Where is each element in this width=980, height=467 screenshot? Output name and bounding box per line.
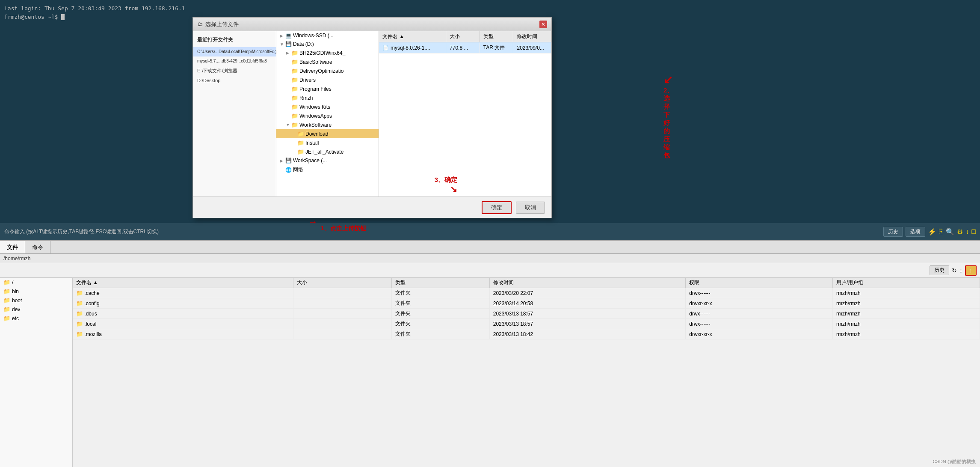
file-permissions: drwxr-xr-x xyxy=(686,298,833,309)
fm-tabs: 文件 命令 xyxy=(0,241,980,254)
table-row[interactable]: 📁 .mozilla 文件夹 2023/03/13 18:42 drwxr-xr… xyxy=(73,329,980,339)
fm-path-bar: /home/rmzh xyxy=(0,254,980,263)
folder-icon-bin: 📁 xyxy=(3,288,10,294)
file-col-modified: 2023/09/0... xyxy=(513,43,551,53)
tree-item-delivery[interactable]: 📁 DeliveryOptimizatio xyxy=(276,66,379,75)
fm-content: 📁 / 📁 bin 📁 boot 📁 dev 📁 etc xyxy=(0,278,980,467)
tree-item-bh225[interactable]: ▶ 📁 BH225iGDIWinx64_ xyxy=(276,48,379,57)
file-list-row[interactable]: 📄 mysql-8.0.26-1.... 770.8 ... TAR 文件 20… xyxy=(379,42,551,54)
tree-item-basic[interactable]: 📁 BasicSoftware xyxy=(276,57,379,66)
fm-history-btn[interactable]: 历史 xyxy=(930,265,949,275)
tree-item-jet[interactable]: 📁 JET_all_Activate xyxy=(276,147,379,156)
tab-cmd[interactable]: 命令 xyxy=(25,241,50,253)
col-header-name[interactable]: 文件名 ▲ xyxy=(379,31,446,42)
folder-icon: 📁 xyxy=(291,86,298,92)
terminal-prompt: [rmzh@centos ~]$ xyxy=(4,13,185,21)
settings-icon[interactable]: ⚙ xyxy=(957,228,963,236)
file-size xyxy=(293,298,391,309)
terminal-cursor xyxy=(61,14,65,20)
maximize-icon[interactable]: □ xyxy=(971,228,976,235)
tree-item-download[interactable]: 📁 Download xyxy=(276,129,379,138)
tree-item-windows-apps[interactable]: 📁 WindowsApps xyxy=(276,111,379,120)
tree-item-program-files[interactable]: 📁 Program Files xyxy=(276,84,379,93)
drive-icon: 💾 xyxy=(285,158,292,164)
tree-item-workspace[interactable]: ▶ 💾 WorkSpace (... xyxy=(276,156,379,165)
file-type: 文件夹 xyxy=(391,288,489,298)
tab-file[interactable]: 文件 xyxy=(0,241,25,253)
step3-annotation: 3、确定 ↘ xyxy=(435,176,457,194)
table-row[interactable]: 📁 .config 文件夹 2023/03/14 20:58 drwxr-xr-… xyxy=(73,298,980,309)
folder-icon: 📁 xyxy=(3,279,10,286)
folder-icon: 📁 xyxy=(291,59,298,65)
search-icon[interactable]: 🔍 xyxy=(946,228,954,236)
recent-item-2[interactable]: E:\下载文件\浏览器 xyxy=(193,66,276,76)
file-user-group: rmzh/rmzh xyxy=(833,309,980,319)
table-row[interactable]: 📁 .dbus 文件夹 2023/03/13 18:57 drwx------ … xyxy=(73,309,980,319)
file-size xyxy=(293,329,391,339)
file-modified: 2023/03/13 18:42 xyxy=(489,329,685,339)
expand-icon: ▶ xyxy=(286,51,290,55)
folder-icon: 📁 xyxy=(291,77,298,83)
sync-icon[interactable]: ↕ xyxy=(959,267,962,274)
tree-item-windows-kits[interactable]: 📁 Windows Kits xyxy=(276,102,379,111)
col-name[interactable]: 文件名 ▲ xyxy=(73,278,293,288)
tree-item-install[interactable]: 📁 Install xyxy=(276,138,379,147)
table-row[interactable]: 📁 .cache 文件夹 2023/03/20 22:07 drwx------… xyxy=(73,288,980,298)
col-size[interactable]: 大小 xyxy=(293,278,391,288)
expand-icon: ▼ xyxy=(280,42,284,47)
lightning-icon: ⚡ xyxy=(928,228,936,236)
file-user-group: rmzh/rmzh xyxy=(833,329,980,339)
folder-icon: 📁 xyxy=(291,122,298,128)
tree-item-worksoftware[interactable]: ▼ 📁 WorkSoftware xyxy=(276,120,379,129)
sidebar-item-etc[interactable]: 📁 etc xyxy=(0,314,72,323)
file-type: 文件夹 xyxy=(391,298,489,309)
dialog-tree-panel: ▶ 💻 Windows-SSD (... ▼ 💾 Data (D:) ▶ 📁 B… xyxy=(276,31,379,196)
folder-icon: 📁 xyxy=(291,68,298,74)
col-header-type[interactable]: 类型 xyxy=(480,31,514,42)
tree-item-windows-ssd[interactable]: ▶ 💻 Windows-SSD (... xyxy=(276,31,379,40)
dialog-footer: 3、确定 ↘ 确定 取消 xyxy=(193,196,551,218)
col-permissions[interactable]: 权限 xyxy=(686,278,833,288)
table-row[interactable]: 📁 .local 文件夹 2023/03/13 18:57 drwx------… xyxy=(73,319,980,329)
sidebar-item-root[interactable]: 📁 / xyxy=(0,278,72,287)
expand-icon: ▶ xyxy=(280,158,284,163)
sidebar-item-bin[interactable]: 📁 bin xyxy=(0,287,72,296)
network-icon: 🌐 xyxy=(285,167,292,173)
tree-item-drivers[interactable]: 📁 Drivers xyxy=(276,75,379,84)
expand-icon: ▶ xyxy=(280,33,284,38)
dialog-close-button[interactable]: ✕ xyxy=(539,21,547,28)
tree-item-rmzh[interactable]: 📁 Rmzh xyxy=(276,93,379,102)
file-permissions: drwxr-xr-x xyxy=(686,329,833,339)
col-type[interactable]: 类型 xyxy=(391,278,489,288)
sidebar-item-boot[interactable]: 📁 boot xyxy=(0,296,72,305)
cancel-button[interactable]: 取消 xyxy=(516,202,545,214)
folder-icon: 📁 xyxy=(76,290,83,296)
upload-button[interactable]: ↑ xyxy=(965,265,977,276)
drive-icon: 💾 xyxy=(285,41,292,47)
recent-item-0[interactable]: C:\Users\...Data\Local\Temp\MicrosoftEdg… xyxy=(193,47,276,57)
col-modified[interactable]: 修改时间 xyxy=(489,278,685,288)
download-icon[interactable]: ↓ xyxy=(965,228,969,235)
fm-toolbar: 历史 ↻ ↕ ↑ ← 1、点击上传按钮 xyxy=(0,263,980,278)
recent-item-3[interactable]: D:\Desktop xyxy=(193,76,276,86)
file-col-size: 770.8 ... xyxy=(446,43,480,53)
recent-item-1[interactable]: mysql-5.7.....db3-429...c0d1bfd5f8a8 xyxy=(193,57,276,66)
col-header-size[interactable]: 大小 xyxy=(446,31,480,42)
col-header-modified[interactable]: 修改时间 xyxy=(513,31,551,42)
tree-item-data-d[interactable]: ▼ 💾 Data (D:) xyxy=(276,40,379,48)
file-permissions: drwx------ xyxy=(686,319,833,329)
folder-icon-etc: 📁 xyxy=(3,315,10,321)
tree-item-network[interactable]: 🌐 网络 xyxy=(276,165,379,175)
sidebar-item-dev[interactable]: 📁 dev xyxy=(0,305,72,314)
options-button[interactable]: 选项 xyxy=(906,227,925,237)
history-button[interactable]: 历史 xyxy=(883,227,903,237)
file-name: 📁 .dbus xyxy=(73,309,293,319)
file-type: 文件夹 xyxy=(391,319,489,329)
col-user-group[interactable]: 用户/用户组 xyxy=(833,278,980,288)
ok-button[interactable]: 确定 xyxy=(482,201,512,214)
dialog-recent-panel: 最近打开文件夹 C:\Users\...Data\Local\Temp\Micr… xyxy=(193,31,276,196)
copy-icon[interactable]: ⎘ xyxy=(939,228,943,235)
folder-icon-dev: 📁 xyxy=(3,306,10,312)
refresh-icon[interactable]: ↻ xyxy=(952,267,957,274)
recent-title: 最近打开文件夹 xyxy=(193,35,276,47)
